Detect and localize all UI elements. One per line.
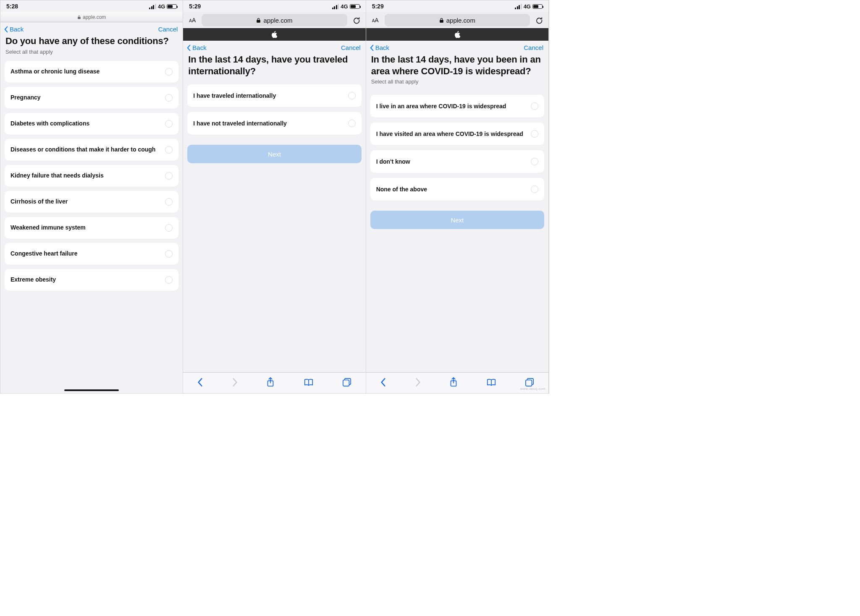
- option-item[interactable]: Pregnancy: [5, 87, 178, 109]
- text-size-button[interactable]: AA: [369, 17, 382, 23]
- option-item[interactable]: Asthma or chronic lung disease: [5, 61, 178, 83]
- back-label: Back: [192, 44, 206, 51]
- radio-unchecked-icon: [531, 130, 538, 138]
- reload-icon: [353, 16, 360, 24]
- status-time: 5:29: [189, 3, 201, 10]
- url-field[interactable]: apple.com: [385, 14, 530, 26]
- toolbar-share-button[interactable]: [449, 377, 458, 389]
- status-time: 5:28: [6, 3, 18, 10]
- option-item[interactable]: Weakened immune system: [5, 217, 178, 239]
- next-label: Next: [451, 217, 464, 224]
- brand-header: [183, 28, 365, 41]
- option-item[interactable]: Cirrhosis of the liver: [5, 191, 178, 213]
- url-domain: apple.com: [446, 17, 475, 24]
- url-field[interactable]: apple.com: [202, 14, 347, 26]
- question-heading: In the last 14 days, have you been in an…: [366, 53, 548, 77]
- network-label: 4G: [158, 3, 165, 10]
- reload-button[interactable]: [350, 16, 363, 24]
- battery-icon: [167, 4, 177, 9]
- back-button[interactable]: Back: [4, 26, 24, 33]
- option-label: Diabetes with complications: [10, 120, 89, 127]
- status-bar: 5:29 4G: [366, 0, 548, 12]
- question-heading: In the last 14 days, have you traveled i…: [183, 53, 365, 77]
- back-label: Back: [375, 44, 389, 51]
- toolbar-back-button[interactable]: [197, 378, 203, 389]
- watermark: www.deuq.com: [520, 387, 545, 391]
- chevron-left-icon: [186, 44, 191, 51]
- lock-icon: [439, 18, 444, 23]
- option-label: Asthma or chronic lung disease: [10, 68, 100, 75]
- back-button[interactable]: Back: [370, 44, 389, 51]
- next-label: Next: [268, 151, 281, 158]
- toolbar-forward-button: [232, 378, 238, 389]
- tabs-icon: [525, 378, 534, 387]
- option-label: I have traveled internationally: [193, 92, 276, 99]
- apple-logo-icon: [271, 31, 277, 38]
- option-label: I live in an area where COVID-19 is wide…: [376, 103, 506, 110]
- radio-unchecked-icon: [165, 172, 173, 180]
- reload-icon: [535, 16, 543, 24]
- toolbar-share-button[interactable]: [266, 377, 275, 389]
- option-item[interactable]: I have visited an area where COVID-19 is…: [370, 123, 544, 145]
- option-item[interactable]: I live in an area where COVID-19 is wide…: [370, 95, 544, 117]
- chevron-right-icon: [232, 378, 238, 387]
- chevron-left-icon: [370, 44, 375, 51]
- toolbar-tabs-button[interactable]: [342, 378, 351, 389]
- option-item[interactable]: I have traveled internationally: [187, 84, 361, 107]
- chevron-left-icon: [380, 378, 386, 387]
- apple-logo-icon: [454, 31, 460, 38]
- reload-button[interactable]: [532, 16, 546, 24]
- option-label: Congestive heart failure: [10, 250, 78, 257]
- option-list: I live in an area where COVID-19 is wide…: [366, 93, 548, 201]
- cancel-button[interactable]: Cancel: [524, 44, 543, 51]
- lock-icon: [256, 18, 261, 23]
- option-label: Cirrhosis of the liver: [10, 198, 68, 205]
- cancel-button[interactable]: Cancel: [341, 44, 361, 51]
- option-item[interactable]: I have not traveled internationally: [187, 112, 361, 135]
- url-domain: apple.com: [263, 17, 292, 24]
- option-item[interactable]: Diabetes with complications: [5, 113, 178, 135]
- toolbar-forward-button: [415, 378, 421, 389]
- screenshot-collage: 5:28 4G apple.com Back Cancel Do you hav…: [0, 0, 549, 394]
- option-item[interactable]: Extreme obesity: [5, 269, 178, 291]
- safari-toolbar: [183, 372, 365, 393]
- option-label: Kidney failure that needs dialysis: [10, 172, 104, 179]
- network-label: 4G: [341, 3, 348, 10]
- option-item[interactable]: Congestive heart failure: [5, 243, 178, 265]
- option-label: I don't know: [376, 158, 410, 165]
- chevron-left-icon: [197, 378, 203, 387]
- battery-icon: [532, 4, 543, 9]
- lock-icon: [77, 15, 81, 19]
- brand-header: [366, 28, 548, 41]
- option-item[interactable]: Kidney failure that needs dialysis: [5, 165, 178, 187]
- back-button[interactable]: Back: [186, 44, 206, 51]
- status-time: 5:29: [372, 3, 384, 10]
- svg-rect-5: [526, 380, 532, 386]
- toolbar-back-button[interactable]: [380, 378, 386, 389]
- cancel-button[interactable]: Cancel: [158, 26, 178, 33]
- option-item[interactable]: I don't know: [370, 150, 544, 173]
- next-button[interactable]: Next: [370, 211, 544, 229]
- back-label: Back: [10, 26, 24, 33]
- question-subtext: Select all that apply: [366, 77, 548, 89]
- option-item[interactable]: Diseases or conditions that make it hard…: [5, 139, 178, 161]
- toolbar-bookmarks-button[interactable]: [304, 378, 314, 388]
- radio-unchecked-icon: [165, 198, 173, 206]
- book-icon: [304, 378, 314, 386]
- option-list: Asthma or chronic lung disease Pregnancy…: [0, 59, 183, 291]
- radio-unchecked-icon: [165, 276, 173, 284]
- option-label: I have visited an area where COVID-19 is…: [376, 131, 523, 138]
- svg-rect-2: [343, 380, 349, 386]
- share-icon: [266, 377, 275, 387]
- option-item[interactable]: None of the above: [370, 178, 544, 201]
- radio-unchecked-icon: [165, 68, 173, 76]
- radio-unchecked-icon: [165, 120, 173, 128]
- next-button[interactable]: Next: [187, 145, 361, 163]
- toolbar-bookmarks-button[interactable]: [486, 378, 496, 388]
- url-domain: apple.com: [83, 14, 106, 20]
- home-indicator[interactable]: [64, 389, 119, 392]
- chevron-left-icon: [4, 26, 9, 33]
- text-size-button[interactable]: AA: [186, 17, 199, 23]
- option-label: I have not traveled internationally: [193, 120, 287, 127]
- address-bar[interactable]: apple.com: [0, 12, 183, 22]
